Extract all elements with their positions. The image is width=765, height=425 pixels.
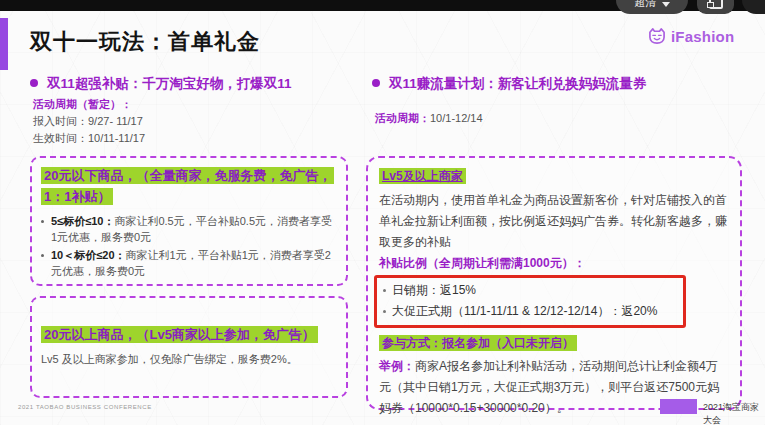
- ifashion-logo-text: iFashion: [671, 28, 734, 45]
- plan-paragraph: 在活动期内，使用首单礼金为商品设置新客价，针对店铺投入的首单礼金拉新让利面额，按…: [379, 190, 729, 253]
- under20-rule-1-range: 5≤标价≤10：: [51, 215, 114, 227]
- caret-down-icon: [662, 2, 670, 7]
- bullet-icon: [383, 310, 386, 313]
- right-section-heading: 双11赚流量计划：新客让利兑换妈妈流量券: [372, 75, 742, 93]
- subsidy-item-promo: 大促正式期（11/1-11/11 & 12/12-12/14）：返20%: [392, 301, 657, 322]
- ifashion-cat-icon: [647, 26, 667, 46]
- bullet-icon: [30, 79, 38, 87]
- pip-window-button[interactable]: [697, 0, 734, 14]
- video-quality-button[interactable]: 超清: [616, 0, 688, 14]
- under20-rule-1: 5≤标价≤10：商家让利0.5元，平台补贴0.5元，消费者享受1元优惠，服务费0…: [51, 214, 337, 245]
- under20-bullet-list: 5≤标价≤10：商家让利0.5元，平台补贴0.5元，消费者享受1元优惠，服务费0…: [41, 214, 337, 279]
- left-period-label: 活动周期（暂定）：: [33, 97, 132, 112]
- left-section-title: 双11超强补贴：千万淘宝好物，打爆双11: [47, 75, 292, 93]
- footer-purple-badge: [660, 399, 697, 414]
- bullet-icon: [41, 254, 44, 257]
- list-item: 大促正式期（11/1-11/11 & 12/12-12/14）：返20%: [383, 301, 675, 322]
- bullet-icon: [372, 79, 380, 87]
- bullet-icon: [41, 220, 44, 223]
- left-period-line-2: 生效时间：10/11-11/17: [33, 131, 145, 146]
- right-period-value: 10/1-12/14: [430, 112, 483, 124]
- audience-highlight: Lv5及以上商家: [379, 168, 466, 184]
- right-period: 活动周期：10/1-12/14: [375, 108, 483, 126]
- over20-highlight: 20元以上商品，（Lv5商家以上参加，免广告）: [41, 326, 318, 343]
- right-plan-box: Lv5及以上商家 在活动期内，使用首单礼金为商品设置新客价，针对店铺投入的首单礼…: [366, 156, 742, 410]
- over20-text: Lv5 及以上商家参加，仅免除广告绑定，服务费2%。: [41, 352, 337, 368]
- under20-rule-2: 10＜标价≤20：商家让利1元，平台补贴1元，消费者享受2元优惠，服务费0元: [51, 248, 337, 279]
- footer-event-text: 2021淘宝商家大会: [703, 401, 765, 425]
- list-item: 5≤标价≤10：商家让利0.5元，平台补贴0.5元，消费者享受1元优惠，服务费0…: [41, 214, 337, 245]
- example-label: 举例：: [379, 359, 415, 373]
- right-period-label: 活动周期：: [375, 112, 430, 124]
- pip-icon: [709, 0, 723, 9]
- list-item: 日销期：返15%: [383, 280, 675, 301]
- video-quality-label: 超清: [635, 0, 657, 10]
- page-title: 双十一玩法：首单礼金: [30, 27, 260, 57]
- subsidy-label: 补贴比例（全周期让利需满1000元）：: [379, 253, 729, 274]
- audience-highlight-wrap: Lv5及以上商家: [379, 166, 729, 186]
- bullet-icon: [383, 289, 386, 292]
- title-accent-bar: [0, 18, 8, 70]
- list-item: 10＜标价≤20：商家让利1元，平台补贴1元，消费者享受2元优惠，服务费0元: [41, 248, 337, 279]
- over20-highlight-wrap: 20元以上商品，（Lv5商家以上参加，免广告）: [41, 324, 337, 345]
- under20-highlight: 20元以下商品，（全量商家，免服务费，免广告，1：1补贴）: [41, 167, 334, 205]
- under20-rule-2-range: 10＜标价≤20：: [51, 249, 126, 261]
- under20-highlight-wrap: 20元以下商品，（全量商家，免服务费，免广告，1：1补贴）: [41, 165, 337, 207]
- subsidy-item-daily: 日销期：返15%: [392, 280, 476, 301]
- left-section-heading: 双11超强补贴：千万淘宝好物，打爆双11: [30, 75, 360, 93]
- join-highlight: 参与方式：报名参加（入口未开启）: [379, 335, 577, 351]
- left-rule-box-under20: 20元以下商品，（全量商家，免服务费，免广告，1：1补贴） 5≤标价≤10：商家…: [30, 156, 348, 286]
- footer-conference-text: 2021 TAOBAO BUSINESS CONFERENCE: [18, 404, 152, 410]
- corner-toolbar-button[interactable]: [742, 0, 765, 14]
- ifashion-logo: iFashion: [647, 26, 734, 46]
- left-period-line-1: 报入时间：9/27- 11/17: [33, 114, 143, 129]
- left-rule-box-over20: 20元以上商品，（Lv5商家以上参加，免广告） Lv5 及以上商家参加，仅免除广…: [30, 296, 348, 398]
- right-section-title: 双11赚流量计划：新客让利兑换妈妈流量券: [389, 75, 646, 93]
- join-highlight-wrap: 参与方式：报名参加（入口未开启）: [379, 333, 729, 353]
- subsidy-red-callout: 日销期：返15% 大促正式期（11/1-11/11 & 12/12-12/14）…: [374, 275, 686, 328]
